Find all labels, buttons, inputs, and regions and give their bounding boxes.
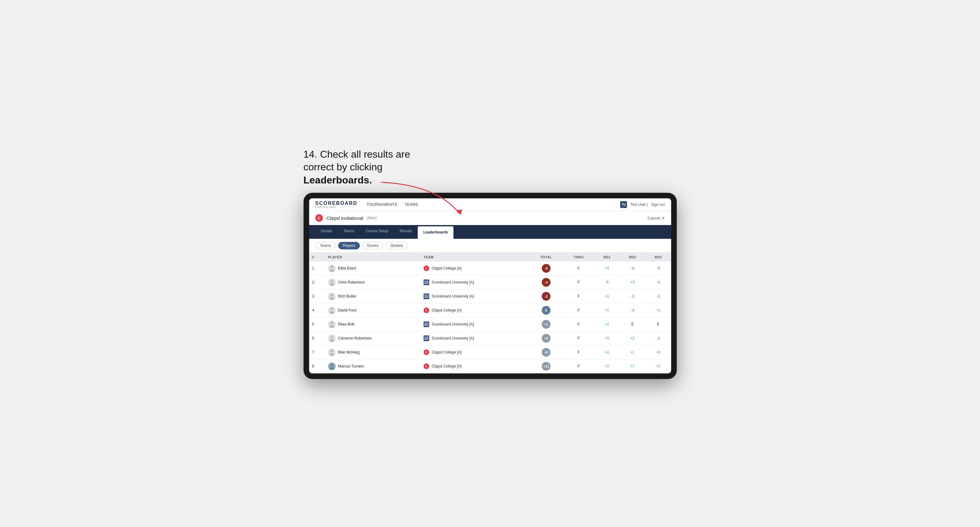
svg-rect-13 — [424, 296, 429, 297]
filter-players[interactable]: Players — [338, 242, 360, 249]
col-team: TEAM — [420, 253, 529, 262]
player-name: David Ford — [338, 308, 356, 313]
svg-rect-21 — [424, 324, 429, 325]
rd2-cell: -6 — [620, 262, 645, 275]
leaderboard-table: # PLAYER TEAM TOTAL THRU RD1 RD2 RD3 1El… — [309, 253, 671, 373]
tab-results[interactable]: Results — [394, 225, 418, 239]
thru-cell: F — [563, 289, 594, 303]
filter-teams[interactable]: Teams — [315, 242, 336, 249]
team-name: Scoreboard University [A] — [432, 322, 474, 327]
svg-point-10 — [329, 297, 334, 300]
tournament-header: C Clippd Invitational (Men) Cancel ✕ — [309, 211, 671, 225]
tab-navigation: Details Teams Course Setup Results Leade… — [309, 225, 671, 239]
table-row: 3Rich ButlerScoreboard University [A]-2F… — [309, 289, 671, 303]
rd1-cell: +5 — [594, 332, 619, 345]
tab-teams[interactable]: Teams — [338, 225, 360, 239]
thru-cell: F — [563, 317, 594, 332]
thru-cell: F — [563, 359, 594, 373]
filter-strokes[interactable]: Strokes — [386, 242, 408, 249]
rank-cell: 4 — [309, 303, 325, 317]
svg-point-17 — [331, 322, 333, 324]
nav-tournaments[interactable]: TOURNAMENTS — [367, 201, 397, 208]
team-logo — [423, 322, 429, 327]
team-logo: C — [423, 349, 429, 355]
svg-rect-12 — [424, 295, 429, 295]
player-avatar — [328, 335, 336, 342]
filter-scores[interactable]: Scores — [362, 242, 383, 249]
rd2-cell: +5 — [620, 275, 645, 289]
svg-point-16 — [329, 311, 334, 314]
player-name: Rees Britt — [338, 322, 355, 327]
player-cell: David Ford — [325, 303, 420, 317]
player-name: Rich Butler — [338, 294, 356, 298]
svg-point-3 — [331, 280, 333, 282]
svg-point-18 — [329, 325, 334, 328]
player-name: Blair McHarg — [338, 350, 360, 354]
player-avatar — [328, 362, 336, 370]
svg-rect-6 — [424, 281, 429, 281]
player-avatar — [328, 321, 336, 328]
total-score-cell: -8 — [529, 262, 563, 275]
tablet-frame: SCOREBOARD Powered by clippd TOURNAMENTS… — [304, 193, 677, 379]
instruction-body: Check all results are correct by clickin… — [304, 149, 410, 173]
col-total: TOTAL — [529, 253, 563, 262]
player-name: Marcus Turners — [338, 364, 364, 368]
cancel-button[interactable]: Cancel ✕ — [648, 216, 665, 221]
player-avatar — [328, 349, 336, 356]
rd3-cell: -1 — [645, 289, 671, 303]
rank-cell: 5 — [309, 317, 325, 332]
tab-course-setup[interactable]: Course Setup — [360, 225, 394, 239]
table-row: 8Marcus TurnersCClippd College [A]+11F+2… — [309, 359, 671, 373]
header-right: TU Test User | Sign out — [620, 201, 665, 208]
rd2-cell: +2 — [620, 332, 645, 345]
table-row: 5Rees BrittScoreboard University [A]+1F+… — [309, 317, 671, 332]
rd1-cell: +1 — [594, 317, 619, 332]
rd1-cell: +2 — [594, 359, 619, 373]
rank-cell: 2 — [309, 275, 325, 289]
team-cell: Scoreboard University [A] — [420, 275, 529, 289]
score-badge: -2 — [542, 292, 550, 301]
score-badge: +6 — [542, 334, 550, 343]
team-cell: Scoreboard University [A] — [420, 289, 529, 303]
app-logo: SCOREBOARD Powered by clippd — [315, 201, 358, 208]
svg-point-29 — [331, 350, 333, 352]
rd2-cell: +7 — [620, 359, 645, 373]
col-rd2: RD2 — [620, 253, 645, 262]
col-player: PLAYER — [325, 253, 420, 262]
team-logo — [423, 279, 429, 285]
total-score-cell: +6 — [529, 332, 563, 345]
team-logo: C — [423, 308, 429, 313]
user-avatar: TU — [620, 201, 627, 208]
thru-cell: F — [563, 275, 594, 289]
rd1-cell: +2 — [594, 345, 619, 359]
tournament-category: (Men) — [367, 216, 377, 220]
cancel-icon: ✕ — [662, 216, 665, 221]
rd3-cell: E — [645, 317, 671, 332]
player-name: Elliot Ebert — [338, 266, 356, 270]
tab-details[interactable]: Details — [315, 225, 338, 239]
team-cell: CClippd College [A] — [420, 359, 529, 373]
app-header: SCOREBOARD Powered by clippd TOURNAMENTS… — [309, 198, 671, 211]
team-cell: CClippd College [A] — [420, 345, 529, 359]
svg-point-30 — [329, 353, 334, 356]
filter-bar: Teams Players Scores Strokes — [309, 239, 671, 253]
team-logo — [423, 335, 429, 341]
team-cell: Scoreboard University [A] — [420, 317, 529, 332]
table-row: 4David FordCClippd College [A]EF+1-4+3 — [309, 303, 671, 317]
player-cell: Rich Butler — [325, 289, 420, 303]
nav-teams[interactable]: TEAMS — [405, 201, 418, 208]
rd3-cell: +6 — [645, 345, 671, 359]
rd3-cell: -1 — [645, 332, 671, 345]
col-rd3: RD3 — [645, 253, 671, 262]
sign-out-link[interactable]: Sign out — [651, 202, 665, 207]
thru-cell: F — [563, 332, 594, 345]
main-nav: TOURNAMENTS TEAMS — [367, 201, 611, 208]
tournament-name: Clippd Invitational — [326, 216, 363, 221]
player-cell: Marcus Turners — [325, 359, 420, 373]
rank-cell: 8 — [309, 359, 325, 373]
tab-leaderboards[interactable]: Leaderboards — [418, 226, 453, 239]
svg-point-9 — [331, 294, 333, 296]
instruction-text: 14. Check all results are correct by cli… — [304, 148, 428, 187]
rd1-cell: +1 — [594, 303, 619, 317]
player-avatar — [328, 265, 336, 272]
